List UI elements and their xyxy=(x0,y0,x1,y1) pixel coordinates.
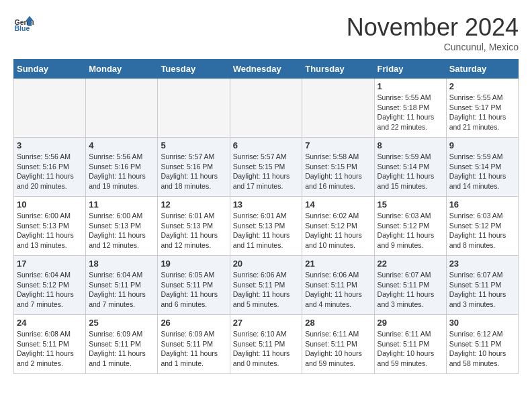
calendar-day-cell: 27Sunrise: 6:10 AMSunset: 5:11 PMDayligh… xyxy=(230,315,302,374)
day-number: 4 xyxy=(89,140,154,150)
day-number: 17 xyxy=(17,259,83,269)
calendar-day-cell: 23Sunrise: 6:07 AMSunset: 5:11 PMDayligh… xyxy=(446,256,518,315)
day-detail: Sunrise: 6:07 AMSunset: 5:11 PMDaylight:… xyxy=(378,270,443,310)
day-number: 25 xyxy=(89,318,154,328)
day-number: 29 xyxy=(378,318,443,328)
calendar-day-cell: 9Sunrise: 5:59 AMSunset: 5:14 PMDaylight… xyxy=(446,138,518,197)
calendar-header-tuesday: Tuesday xyxy=(158,60,230,79)
calendar-day-cell: 14Sunrise: 6:02 AMSunset: 5:12 PMDayligh… xyxy=(302,197,374,256)
calendar-day-cell: 8Sunrise: 5:59 AMSunset: 5:14 PMDaylight… xyxy=(374,138,446,197)
day-number: 15 xyxy=(378,199,443,210)
day-number: 28 xyxy=(305,318,371,328)
day-detail: Sunrise: 6:02 AMSunset: 5:12 PMDaylight:… xyxy=(305,211,371,250)
day-number: 24 xyxy=(17,318,83,328)
day-detail: Sunrise: 6:04 AMSunset: 5:11 PMDaylight:… xyxy=(89,270,154,310)
location: Cuncunul, Mexico xyxy=(347,42,519,52)
day-detail: Sunrise: 5:58 AMSunset: 5:15 PMDaylight:… xyxy=(305,152,371,191)
day-detail: Sunrise: 5:55 AMSunset: 5:17 PMDaylight:… xyxy=(449,93,515,132)
calendar-week-row: 24Sunrise: 6:08 AMSunset: 5:11 PMDayligh… xyxy=(14,315,519,374)
calendar-header-saturday: Saturday xyxy=(446,60,518,79)
day-detail: Sunrise: 6:07 AMSunset: 5:11 PMDaylight:… xyxy=(449,270,515,310)
day-detail: Sunrise: 6:11 AMSunset: 5:11 PMDaylight:… xyxy=(378,329,443,369)
calendar-day-cell: 26Sunrise: 6:09 AMSunset: 5:11 PMDayligh… xyxy=(158,315,230,374)
day-number: 14 xyxy=(305,199,371,210)
day-number: 9 xyxy=(449,140,515,150)
logo-icon: General Blue xyxy=(13,13,34,34)
calendar-day-cell: 16Sunrise: 6:03 AMSunset: 5:12 PMDayligh… xyxy=(446,197,518,256)
calendar-day-cell: 4Sunrise: 5:56 AMSunset: 5:16 PMDaylight… xyxy=(86,138,158,197)
calendar-header-monday: Monday xyxy=(86,60,158,79)
day-detail: Sunrise: 6:05 AMSunset: 5:11 PMDaylight:… xyxy=(161,270,226,310)
day-number: 19 xyxy=(161,259,226,269)
calendar-day-cell: 18Sunrise: 6:04 AMSunset: 5:11 PMDayligh… xyxy=(86,256,158,315)
day-number: 11 xyxy=(89,199,154,210)
calendar-day-cell: 10Sunrise: 6:00 AMSunset: 5:13 PMDayligh… xyxy=(14,197,86,256)
day-detail: Sunrise: 5:56 AMSunset: 5:16 PMDaylight:… xyxy=(89,152,154,191)
calendar-week-row: 3Sunrise: 5:56 AMSunset: 5:16 PMDaylight… xyxy=(14,138,519,197)
day-number: 30 xyxy=(449,318,515,328)
calendar-week-row: 10Sunrise: 6:00 AMSunset: 5:13 PMDayligh… xyxy=(14,197,519,256)
logo: General Blue xyxy=(13,13,34,34)
day-number: 27 xyxy=(233,318,300,328)
calendar-day-cell xyxy=(158,79,230,138)
calendar-day-cell: 12Sunrise: 6:01 AMSunset: 5:13 PMDayligh… xyxy=(158,197,230,256)
calendar-day-cell: 30Sunrise: 6:12 AMSunset: 5:11 PMDayligh… xyxy=(446,315,518,374)
day-number: 8 xyxy=(378,140,443,150)
calendar-day-cell xyxy=(302,79,374,138)
day-detail: Sunrise: 5:57 AMSunset: 5:16 PMDaylight:… xyxy=(161,152,226,191)
calendar-day-cell: 3Sunrise: 5:56 AMSunset: 5:16 PMDaylight… xyxy=(14,138,86,197)
day-detail: Sunrise: 6:09 AMSunset: 5:11 PMDaylight:… xyxy=(89,329,154,369)
calendar-day-cell: 24Sunrise: 6:08 AMSunset: 5:11 PMDayligh… xyxy=(14,315,86,374)
day-detail: Sunrise: 5:57 AMSunset: 5:15 PMDaylight:… xyxy=(233,152,300,191)
day-number: 21 xyxy=(305,259,371,269)
day-number: 10 xyxy=(17,199,83,210)
calendar-day-cell: 29Sunrise: 6:11 AMSunset: 5:11 PMDayligh… xyxy=(374,315,446,374)
day-detail: Sunrise: 6:04 AMSunset: 5:12 PMDaylight:… xyxy=(17,270,83,310)
day-number: 20 xyxy=(233,259,300,269)
day-detail: Sunrise: 5:59 AMSunset: 5:14 PMDaylight:… xyxy=(449,152,515,191)
day-detail: Sunrise: 6:03 AMSunset: 5:12 PMDaylight:… xyxy=(449,211,515,250)
day-detail: Sunrise: 6:11 AMSunset: 5:11 PMDaylight:… xyxy=(305,329,371,369)
day-number: 12 xyxy=(161,199,226,210)
calendar-header-friday: Friday xyxy=(374,60,446,79)
calendar-day-cell: 1Sunrise: 5:55 AMSunset: 5:18 PMDaylight… xyxy=(374,79,446,138)
day-detail: Sunrise: 6:08 AMSunset: 5:11 PMDaylight:… xyxy=(17,329,83,369)
calendar-table: SundayMondayTuesdayWednesdayThursdayFrid… xyxy=(13,59,519,374)
calendar-day-cell: 25Sunrise: 6:09 AMSunset: 5:11 PMDayligh… xyxy=(86,315,158,374)
day-detail: Sunrise: 6:00 AMSunset: 5:13 PMDaylight:… xyxy=(89,211,154,250)
day-detail: Sunrise: 6:10 AMSunset: 5:11 PMDaylight:… xyxy=(233,329,300,369)
calendar-day-cell xyxy=(230,79,302,138)
day-number: 26 xyxy=(161,318,226,328)
day-detail: Sunrise: 6:12 AMSunset: 5:11 PMDaylight:… xyxy=(449,329,515,369)
calendar-day-cell: 13Sunrise: 6:01 AMSunset: 5:13 PMDayligh… xyxy=(230,197,302,256)
day-detail: Sunrise: 6:00 AMSunset: 5:13 PMDaylight:… xyxy=(17,211,83,250)
calendar-day-cell: 19Sunrise: 6:05 AMSunset: 5:11 PMDayligh… xyxy=(158,256,230,315)
day-detail: Sunrise: 5:59 AMSunset: 5:14 PMDaylight:… xyxy=(378,152,443,191)
calendar-header-row: SundayMondayTuesdayWednesdayThursdayFrid… xyxy=(14,60,519,79)
calendar-header-wednesday: Wednesday xyxy=(230,60,302,79)
day-number: 2 xyxy=(449,81,515,91)
day-detail: Sunrise: 6:06 AMSunset: 5:11 PMDaylight:… xyxy=(305,270,371,310)
calendar-day-cell: 21Sunrise: 6:06 AMSunset: 5:11 PMDayligh… xyxy=(302,256,374,315)
calendar-day-cell: 7Sunrise: 5:58 AMSunset: 5:15 PMDaylight… xyxy=(302,138,374,197)
day-detail: Sunrise: 6:01 AMSunset: 5:13 PMDaylight:… xyxy=(233,211,300,250)
calendar-week-row: 17Sunrise: 6:04 AMSunset: 5:12 PMDayligh… xyxy=(14,256,519,315)
day-number: 1 xyxy=(378,81,443,91)
day-number: 6 xyxy=(233,140,300,150)
calendar-day-cell: 5Sunrise: 5:57 AMSunset: 5:16 PMDaylight… xyxy=(158,138,230,197)
svg-text:Blue: Blue xyxy=(15,24,30,32)
day-detail: Sunrise: 6:09 AMSunset: 5:11 PMDaylight:… xyxy=(161,329,226,369)
calendar-week-row: 1Sunrise: 5:55 AMSunset: 5:18 PMDaylight… xyxy=(14,79,519,138)
calendar-header-sunday: Sunday xyxy=(14,60,86,79)
page-header: General Blue November 2024 Cuncunul, Mex… xyxy=(13,13,519,52)
calendar-header-thursday: Thursday xyxy=(302,60,374,79)
day-number: 23 xyxy=(449,259,515,269)
day-detail: Sunrise: 6:01 AMSunset: 5:13 PMDaylight:… xyxy=(161,211,226,250)
day-detail: Sunrise: 6:06 AMSunset: 5:11 PMDaylight:… xyxy=(233,270,300,310)
calendar-day-cell: 6Sunrise: 5:57 AMSunset: 5:15 PMDaylight… xyxy=(230,138,302,197)
calendar-day-cell: 20Sunrise: 6:06 AMSunset: 5:11 PMDayligh… xyxy=(230,256,302,315)
calendar-day-cell xyxy=(86,79,158,138)
calendar-day-cell: 11Sunrise: 6:00 AMSunset: 5:13 PMDayligh… xyxy=(86,197,158,256)
day-number: 5 xyxy=(161,140,226,150)
day-detail: Sunrise: 5:56 AMSunset: 5:16 PMDaylight:… xyxy=(17,152,83,191)
